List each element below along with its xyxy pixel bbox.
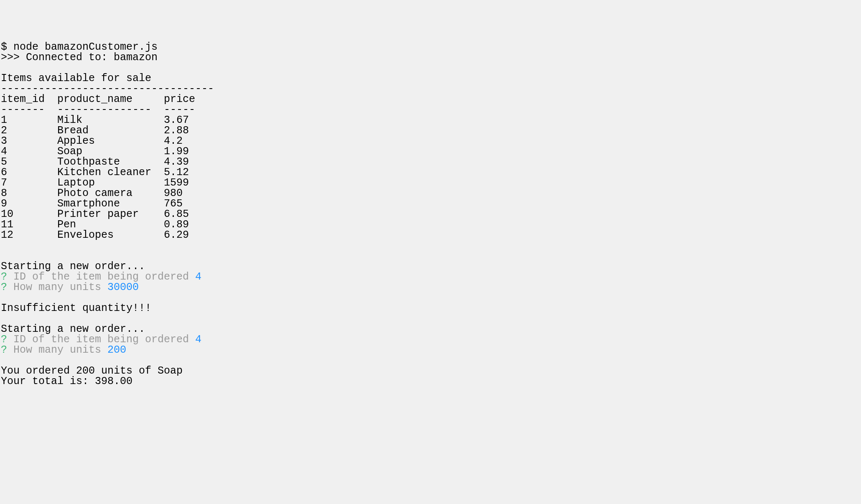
- connected-line: >>> Connected to: bamazon: [1, 51, 158, 64]
- prompt-item-id-answer[interactable]: 4: [195, 271, 201, 283]
- prompt-units-label: How many units: [7, 281, 107, 293]
- insufficient-message: Insufficient quantity!!!: [1, 302, 151, 314]
- prompt-units-answer[interactable]: 200: [107, 344, 126, 356]
- terminal-output: $ node bamazonCustomer.js >>> Connected …: [0, 42, 861, 387]
- prompt-item-id-answer[interactable]: 4: [195, 333, 201, 346]
- prompt-units-answer[interactable]: 30000: [107, 281, 139, 293]
- question-mark-icon: ?: [1, 344, 7, 356]
- question-mark-icon: ?: [1, 281, 7, 293]
- table-row: 12 Envelopes 6.29: [1, 229, 189, 241]
- order-total: Your total is: 398.00: [1, 375, 132, 387]
- prompt-units-label: How many units: [7, 344, 107, 356]
